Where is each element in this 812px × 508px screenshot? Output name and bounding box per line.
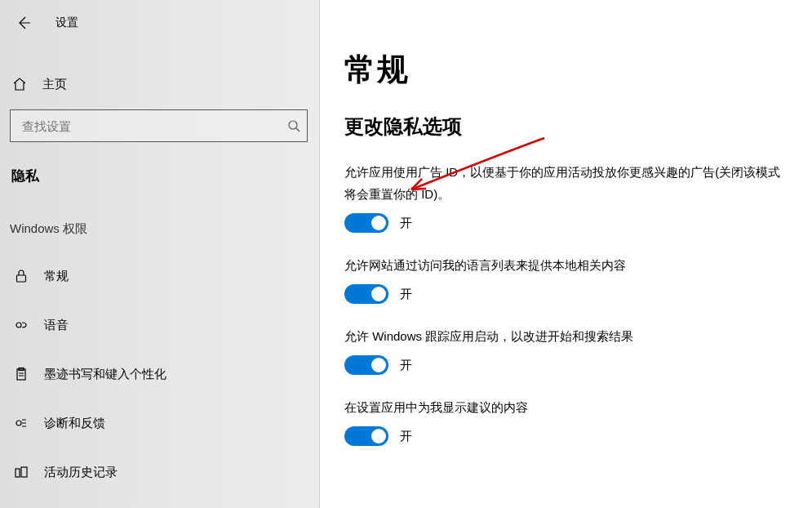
lock-icon <box>11 269 31 283</box>
home-label: 主页 <box>42 77 67 92</box>
sidebar-item-label: 墨迹书写和键入个性化 <box>44 367 166 382</box>
sidebar-item-speech[interactable]: 语音 <box>0 301 319 350</box>
page-subtitle: 更改隐私选项 <box>344 114 796 140</box>
sidebar-item-general[interactable]: 常规 <box>0 252 319 301</box>
sidebar-item-label: 语音 <box>44 318 69 333</box>
toggle-state: 开 <box>400 216 412 231</box>
svg-point-3 <box>16 323 21 328</box>
window-title: 设置 <box>55 16 78 30</box>
sidebar-item-label: 常规 <box>44 269 69 284</box>
sidebar-item-diagnostics[interactable]: 诊断和反馈 <box>0 399 319 448</box>
toggle-knob <box>371 287 386 301</box>
toggle-state: 开 <box>400 429 412 444</box>
sidebar-item-home[interactable]: 主页 <box>0 64 319 105</box>
sidebar-item-inking[interactable]: 墨迹书写和键入个性化 <box>0 350 319 399</box>
setting-suggested-content: 在设置应用中为我显示建议的内容 开 <box>344 396 796 446</box>
toggle-ad-id[interactable] <box>344 213 388 233</box>
sidebar: 设置 主页 隐私 Windows 权限 常规 语音 <box>0 0 320 508</box>
setting-app-launch: 允许 Windows 跟踪应用启动，以改进开始和搜索结果 开 <box>344 325 796 375</box>
sidebar-item-label: 诊断和反馈 <box>44 416 105 431</box>
search-icon <box>287 119 300 132</box>
toggle-knob <box>371 216 386 230</box>
feedback-icon <box>11 416 31 430</box>
svg-rect-9 <box>16 469 20 477</box>
arrow-left-icon <box>16 15 32 31</box>
clipboard-icon <box>11 367 31 381</box>
setting-desc: 允许应用使用广告 ID，以便基于你的应用活动投放你更感兴趣的广告(关闭该模式将会… <box>344 161 785 205</box>
titlebar: 设置 <box>0 5 319 41</box>
toggle-knob <box>371 358 386 372</box>
svg-line-1 <box>296 128 300 131</box>
svg-rect-2 <box>17 275 26 282</box>
back-button[interactable] <box>11 15 36 31</box>
page-title: 常规 <box>344 49 796 91</box>
search-box[interactable] <box>10 109 308 142</box>
toggle-suggested-content[interactable] <box>344 426 388 446</box>
svg-point-0 <box>289 121 297 129</box>
speech-icon <box>11 318 31 332</box>
sidebar-item-label: 活动历史记录 <box>44 465 118 480</box>
toggle-app-launch[interactable] <box>344 355 388 375</box>
section-label: 隐私 <box>11 167 319 185</box>
setting-ad-id: 允许应用使用广告 ID，以便基于你的应用活动投放你更感兴趣的广告(关闭该模式将会… <box>344 161 796 233</box>
history-icon <box>11 465 31 479</box>
toggle-knob <box>371 429 386 443</box>
sidebar-item-activity[interactable]: 活动历史记录 <box>0 448 319 497</box>
nav-list: 常规 语音 墨迹书写和键入个性化 诊断和反馈 活动历史记录 <box>0 252 319 497</box>
group-label: Windows 权限 <box>10 221 319 237</box>
search-input[interactable] <box>22 119 287 133</box>
setting-language-list: 允许网站通过访问我的语言列表来提供本地相关内容 开 <box>344 254 796 304</box>
svg-rect-10 <box>21 467 27 477</box>
toggle-state: 开 <box>400 358 412 373</box>
setting-desc: 允许 Windows 跟踪应用启动，以改进开始和搜索结果 <box>344 325 785 347</box>
main-content: 常规 更改隐私选项 允许应用使用广告 ID，以便基于你的应用活动投放你更感兴趣的… <box>320 0 812 508</box>
home-icon <box>11 76 28 92</box>
setting-desc: 允许网站通过访问我的语言列表来提供本地相关内容 <box>344 254 785 276</box>
toggle-language-list[interactable] <box>344 284 388 304</box>
svg-point-8 <box>16 421 21 426</box>
setting-desc: 在设置应用中为我显示建议的内容 <box>344 396 785 418</box>
toggle-state: 开 <box>400 287 412 302</box>
